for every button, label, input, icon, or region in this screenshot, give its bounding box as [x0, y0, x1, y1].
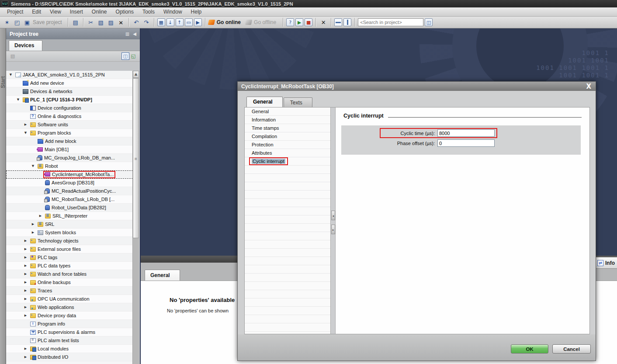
compile-icon[interactable]: ▦: [157, 18, 165, 26]
tree-item[interactable]: ▶System blocks: [6, 229, 133, 237]
tree-item[interactable]: ▶PLC tags: [6, 253, 133, 262]
split-vertical-icon[interactable]: [343, 18, 351, 26]
tree-item[interactable]: ▶Technology objects: [6, 237, 133, 245]
tree-item[interactable]: ▶Software units: [6, 121, 133, 129]
tree-item[interactable]: ▶Web applications: [6, 303, 133, 312]
expander-icon[interactable]: ▶: [23, 123, 28, 126]
tree-item[interactable]: ▶OPC UA communication: [6, 295, 133, 303]
dialog-splitter[interactable]: ◂ ▸: [330, 107, 336, 334]
tree-item[interactable]: ▶SRL_INterpreter: [6, 212, 133, 220]
tree-item[interactable]: ▼PLC_1 [CPU 1516-3 PN/DP]: [6, 96, 133, 104]
splitter-left-icon[interactable]: ◂: [331, 211, 335, 220]
start-portal-button[interactable]: Start: [0, 73, 6, 91]
expander-icon[interactable]: ▶: [23, 289, 28, 292]
expander-icon[interactable]: ▼: [15, 98, 21, 101]
tab-general-inspector[interactable]: General: [145, 270, 180, 281]
save-project-icon[interactable]: ▣: [23, 18, 31, 27]
expander-icon[interactable]: ▶: [23, 272, 28, 276]
expander-icon[interactable]: ▼: [23, 131, 28, 135]
expander-icon[interactable]: ▶: [23, 297, 28, 301]
start-runtime-icon[interactable]: ▶: [194, 18, 202, 26]
dialog-nav-item[interactable]: Information: [245, 116, 330, 124]
tree-item[interactable]: AxesGroup [DB318]: [6, 179, 133, 187]
accessible-devices-icon[interactable]: ?: [286, 18, 294, 26]
tree-scrollbar[interactable]: ▲: [132, 71, 139, 364]
stop-cpu-icon[interactable]: ■: [305, 18, 312, 26]
tree-item[interactable]: MC_ReadActualPositionCyc...: [6, 187, 133, 195]
dialog-nav-item[interactable]: Protection: [245, 141, 330, 149]
upload-from-device-icon[interactable]: ↑: [176, 18, 184, 26]
expander-icon[interactable]: ▶: [23, 247, 28, 251]
expander-icon[interactable]: ▶: [23, 305, 28, 309]
menu-project[interactable]: Project: [3, 8, 28, 16]
dialog-nav-item[interactable]: Cyclic interrupt: [245, 157, 330, 166]
expander-icon[interactable]: ▶: [23, 347, 28, 350]
tree-item[interactable]: Device configuration: [6, 104, 133, 112]
tree-item[interactable]: Devices & networks: [6, 87, 133, 96]
menu-tools[interactable]: Tools: [138, 8, 159, 16]
menu-view[interactable]: View: [45, 8, 66, 16]
search-input[interactable]: [358, 18, 423, 26]
download-to-device-icon[interactable]: ↓: [166, 18, 174, 26]
expander-icon[interactable]: ▶: [23, 256, 28, 259]
tree-item[interactable]: Add new block: [6, 137, 133, 146]
splitter-right-icon[interactable]: ▸: [331, 225, 335, 234]
overview-view-icon[interactable]: ◱: [129, 52, 137, 60]
tree-item[interactable]: ▶Distributed I/O: [6, 353, 133, 361]
paste-icon[interactable]: ▨: [107, 18, 115, 27]
tree-item[interactable]: ▶Traces: [6, 287, 133, 295]
dialog-nav-item[interactable]: Time stamps: [245, 124, 330, 132]
tree-item[interactable]: PLC alarm text lists: [6, 336, 133, 345]
show-device-icon[interactable]: ▭: [185, 18, 193, 26]
tree-item[interactable]: ▶Watch and force tables: [6, 270, 133, 278]
tree-item[interactable]: MC_GroupJog_LRob_DB_man...: [6, 154, 133, 162]
project-library-icon[interactable]: ◫: [425, 18, 433, 26]
tab-general[interactable]: General: [246, 97, 283, 107]
menu-online[interactable]: Online: [87, 8, 111, 16]
tree-item[interactable]: Online & diagnostics: [6, 112, 133, 121]
tree-item[interactable]: ▼Program blocks: [6, 129, 133, 137]
new-project-icon[interactable]: ✶: [3, 18, 11, 27]
tree-filter-icon[interactable]: ▧: [9, 52, 17, 60]
menu-insert[interactable]: Insert: [66, 8, 87, 16]
tree-item[interactable]: ▼JAKA_EDK_smoke3_V1.0_1515_2PN: [6, 71, 133, 79]
tree-item[interactable]: ▶External source files: [6, 245, 133, 253]
tree-item[interactable]: ▶Local modules: [6, 345, 133, 353]
expander-icon[interactable]: ▼: [30, 164, 36, 168]
tab-info[interactable]: ⇄ Info: [595, 257, 617, 269]
copy-icon[interactable]: ▧: [97, 18, 105, 27]
tree-item[interactable]: Program info: [6, 320, 133, 328]
expander-icon[interactable]: ▶: [30, 231, 36, 234]
details-view-icon[interactable]: ◫: [121, 52, 129, 60]
dialog-nav-item[interactable]: General: [245, 107, 330, 116]
menu-edit[interactable]: Edit: [28, 8, 45, 16]
tree-item[interactable]: MC_RobotTask_LRob_DB [...: [6, 195, 133, 204]
cyclic-time-input[interactable]: [437, 129, 495, 137]
go-offline-label[interactable]: Go offline: [254, 19, 276, 25]
tree-item[interactable]: ▶Device proxy data: [6, 312, 133, 320]
collapse-left-icon[interactable]: ◀: [133, 31, 136, 36]
expander-icon[interactable]: ▶: [23, 314, 28, 317]
tree-item[interactable]: CyclicInterrupt_McRobotTa...: [6, 170, 133, 179]
expander-icon[interactable]: ▶: [23, 281, 28, 284]
go-online-label[interactable]: Go online: [217, 19, 241, 25]
tree-item[interactable]: Add new device: [6, 79, 133, 87]
save-project-label[interactable]: Save project: [33, 19, 62, 25]
dialog-title-bar[interactable]: CyclicInterrupt_McRobotTask [OB30] X: [238, 82, 596, 91]
cut-icon[interactable]: ✂: [87, 18, 95, 27]
cross-references-icon[interactable]: ✕: [319, 18, 328, 27]
expander-icon[interactable]: ▶: [30, 222, 36, 226]
dialog-nav-item[interactable]: Attributes: [245, 149, 330, 157]
go-online-icon[interactable]: [208, 20, 215, 25]
tree-item[interactable]: PLC supervisions & alarms: [6, 328, 133, 336]
menu-help[interactable]: Help: [187, 8, 206, 16]
close-icon[interactable]: X: [585, 83, 592, 90]
tree-item[interactable]: ▼Robot: [6, 162, 133, 170]
tree-item[interactable]: ▶PLC data types: [6, 262, 133, 270]
phase-offset-input[interactable]: [437, 139, 495, 147]
cancel-button[interactable]: Cancel: [552, 344, 591, 354]
expander-icon[interactable]: ▶: [23, 264, 28, 267]
ok-button[interactable]: OK: [511, 344, 548, 354]
pane-mode-icon[interactable]: ▥: [125, 31, 129, 36]
expander-icon[interactable]: ▼: [8, 73, 14, 76]
